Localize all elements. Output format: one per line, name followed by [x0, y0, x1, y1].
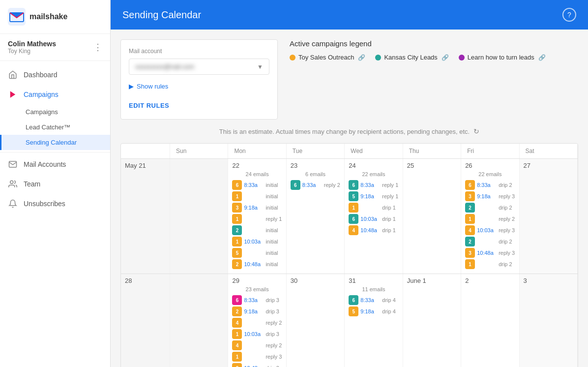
slot: 1drip 2: [465, 259, 515, 269]
day-thu: Thu: [403, 144, 461, 158]
legend-label-1: Kansas City Leads: [384, 54, 437, 61]
edit-rules-button[interactable]: EDIT RULES: [129, 100, 269, 111]
nav-item-unsubscribes[interactable]: Unsubscribes: [0, 194, 110, 214]
legend-link-0[interactable]: 🔗: [358, 54, 365, 61]
refresh-icon[interactable]: ↻: [473, 127, 479, 135]
slot: 2initial: [232, 225, 282, 235]
slot: 68:33areply 2: [291, 180, 340, 190]
week-start-date-1: May 21: [125, 162, 166, 169]
slot: 68:33adrip 3: [232, 295, 282, 305]
nav-label-unsubscribes: Unsubscribes: [24, 200, 65, 208]
mail-account-select[interactable]: xxxxxxxxx@nail.com ▼: [129, 59, 269, 75]
cal-cell-mon-w1: 22 24 emails 68:33ainitial 1initial 39:1…: [228, 159, 286, 274]
show-rules-toggle[interactable]: ▶ Show rules: [129, 81, 269, 92]
nav-label-mail-accounts: Mail Accounts: [24, 160, 66, 168]
cal-cell-fri-w1: 26 22 emails 68:33adrip 2 39:18areply 3 …: [461, 159, 519, 274]
slot: 68:33adrip 2: [465, 180, 515, 190]
day-mon: Mon: [228, 144, 286, 158]
slot: 68:33areply 1: [349, 180, 398, 190]
cal-cell-sat-w2: 3: [520, 274, 578, 367]
top-bar: Mail account xxxxxxxxx@nail.com ▼ ▶ Show…: [120, 39, 578, 120]
legend-item-1: Kansas City Leads 🔗: [375, 54, 448, 61]
user-info: Colin Mathews Toy King: [8, 40, 56, 55]
user-org: Toy King: [8, 48, 56, 55]
mail-account-label: Mail account: [129, 48, 269, 55]
logo-icon: [8, 8, 26, 26]
cal-cell-wed-w1: 24 22 emails 68:33areply 1 59:18areply 1…: [345, 159, 403, 274]
cal-cell-sun-w2: [170, 274, 228, 367]
legend-label-0: Toy Sales Outreach: [298, 54, 354, 61]
day-tue: Tue: [287, 144, 345, 158]
slot: 1reply 1: [232, 214, 282, 224]
sub-nav: Campaigns Lead Catcher™ Sending Calendar: [0, 104, 110, 150]
week-label-header: [121, 144, 170, 158]
cal-cell-thu-w2: June 1: [403, 274, 461, 367]
legend-dot-0: [290, 55, 295, 61]
nav-item-dashboard[interactable]: Dashboard: [0, 65, 110, 85]
cal-cell-mon-w2: 29 23 emails 68:33adrip 3 29:18adrip 3 4…: [228, 274, 286, 367]
mail-account-email: xxxxxxxxx@nail.com: [135, 63, 194, 70]
nav-item-mail-accounts[interactable]: Mail Accounts: [0, 154, 110, 174]
slot: 39:18ainitial: [232, 203, 282, 213]
calendar-header: Sun Mon Tue Wed Thu Fri Sat: [121, 144, 578, 159]
svg-point-4: [10, 181, 13, 184]
nav-divider-1: [0, 152, 110, 153]
slot: 68:33adrip 4: [349, 295, 398, 305]
nav-label-dashboard: Dashboard: [24, 71, 58, 79]
nav-item-campaigns[interactable]: Campaigns: [0, 85, 110, 104]
legend-dot-2: [459, 55, 465, 61]
page-title: Sending Calendar: [122, 9, 201, 21]
cal-cell-tue-w2: 30: [287, 274, 345, 367]
slot: 4reply 2: [232, 318, 282, 328]
slot: 2drip 2: [465, 203, 515, 213]
slot: 4reply 2: [232, 340, 282, 350]
subnav-campaigns[interactable]: Campaigns: [0, 104, 110, 120]
cal-cell-wed-w2: 31 11 emails 68:33adrip 4 59:18adrip 4: [345, 274, 403, 367]
more-options-icon[interactable]: ⋮: [93, 42, 102, 53]
subnav-sending-calendar[interactable]: Sending Calendar: [0, 135, 110, 150]
team-icon: [8, 179, 18, 189]
cal-cell-thu-w1: 25: [403, 159, 461, 274]
slot: 610:03adrip 1: [349, 214, 398, 224]
svg-marker-3: [10, 91, 16, 98]
legend-title: Active campaigns legend: [290, 39, 578, 48]
calendar-week-1: May 21 22 24 emails 68:33ainitial 1initi…: [121, 159, 578, 274]
week-label-cell-1: May 21: [121, 159, 170, 274]
slot: 59:18areply 1: [349, 191, 398, 201]
help-button[interactable]: ?: [562, 8, 576, 22]
cal-cell-sun-w1: [170, 159, 228, 274]
day-wed: Wed: [345, 144, 403, 158]
day-sun: Sun: [170, 144, 228, 158]
week-start-date-2: 28: [125, 277, 166, 284]
slot: 5initial: [232, 248, 282, 258]
page-header: Sending Calendar ?: [111, 0, 588, 30]
legend-link-1[interactable]: 🔗: [441, 54, 449, 61]
mail-account-card: Mail account xxxxxxxxx@nail.com ▼ ▶ Show…: [120, 39, 278, 120]
slot: 1initial: [232, 191, 282, 201]
legend-dot-1: [375, 55, 381, 61]
legend-items: Toy Sales Outreach 🔗 Kansas City Leads 🔗…: [290, 54, 578, 61]
chevron-right-icon: ▶: [129, 83, 134, 90]
slot: 210:48adrip 3: [232, 363, 282, 367]
app-name: mailshake: [29, 12, 67, 21]
slot: 1drip 1: [349, 203, 398, 213]
home-icon: [8, 70, 18, 80]
mail-icon: [8, 159, 18, 169]
legend-link-2[interactable]: 🔗: [538, 54, 546, 61]
logo: mailshake: [8, 8, 67, 26]
slot: 110:03ainitial: [232, 237, 282, 246]
nav-item-team[interactable]: Team: [0, 174, 110, 194]
main-content: Sending Calendar ? Mail account xxxxxxxx…: [111, 0, 588, 367]
slot: 410:48adrip 1: [349, 225, 398, 235]
estimate-notice: This is an estimate. Actual times may ch…: [120, 127, 578, 135]
slot: 68:33ainitial: [232, 180, 282, 190]
user-name: Colin Mathews: [8, 40, 56, 48]
cal-cell-tue-w1: 23 6 emails 68:33areply 2: [287, 159, 345, 274]
cal-cell-sat-w1: 27: [520, 159, 578, 274]
bell-icon: [8, 199, 18, 209]
slot: 110:03adrip 3: [232, 329, 282, 339]
subnav-lead-catcher[interactable]: Lead Catcher™: [0, 120, 110, 135]
campaigns-legend: Active campaigns legend Toy Sales Outrea…: [290, 39, 578, 61]
slot: 210:48ainitial: [232, 259, 282, 269]
week-label-cell-2: 28: [121, 274, 170, 367]
